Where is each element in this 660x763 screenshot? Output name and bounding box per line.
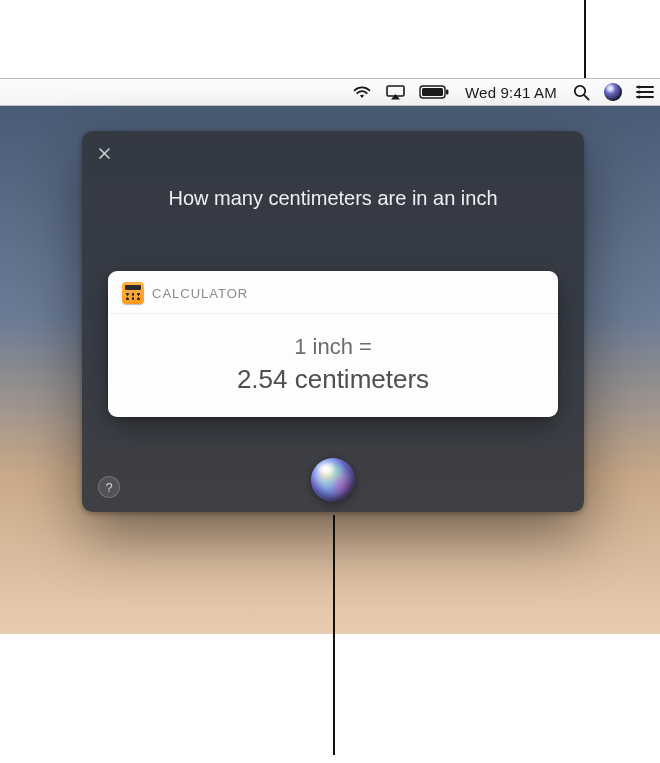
svg-rect-3 bbox=[446, 90, 448, 95]
siri-menubar-icon[interactable] bbox=[604, 83, 622, 101]
result-source-label: CALCULATOR bbox=[152, 286, 248, 301]
svg-rect-2 bbox=[422, 88, 443, 96]
result-line-1: 1 inch = bbox=[108, 334, 558, 360]
svg-point-11 bbox=[638, 95, 641, 98]
result-line-2: 2.54 centimeters bbox=[108, 364, 558, 395]
menubar-clock[interactable]: Wed 9:41 AM bbox=[465, 84, 557, 101]
siri-window: How many centimeters are in an inch CALC… bbox=[82, 131, 584, 512]
wifi-icon[interactable] bbox=[352, 85, 372, 99]
callout-line-bottom bbox=[333, 515, 335, 755]
svg-point-10 bbox=[638, 90, 641, 93]
close-button[interactable] bbox=[96, 145, 112, 161]
result-card[interactable]: CALCULATOR 1 inch = 2.54 centimeters bbox=[108, 271, 558, 417]
spotlight-icon[interactable] bbox=[573, 84, 590, 101]
result-source-header: CALCULATOR bbox=[108, 271, 558, 314]
callout-line-top bbox=[584, 0, 586, 78]
screenshot-canvas: Wed 9:41 AM bbox=[0, 0, 660, 763]
battery-icon[interactable] bbox=[419, 85, 449, 99]
siri-help-button[interactable]: ? bbox=[98, 476, 120, 498]
airplay-icon[interactable] bbox=[386, 85, 405, 100]
svg-point-9 bbox=[638, 85, 641, 88]
siri-mic-button[interactable] bbox=[311, 458, 355, 502]
menubar: Wed 9:41 AM bbox=[0, 78, 660, 106]
calculator-icon bbox=[122, 282, 144, 304]
notification-center-icon[interactable] bbox=[636, 85, 654, 99]
siri-query-text: How many centimeters are in an inch bbox=[82, 187, 584, 210]
svg-line-5 bbox=[584, 95, 588, 99]
